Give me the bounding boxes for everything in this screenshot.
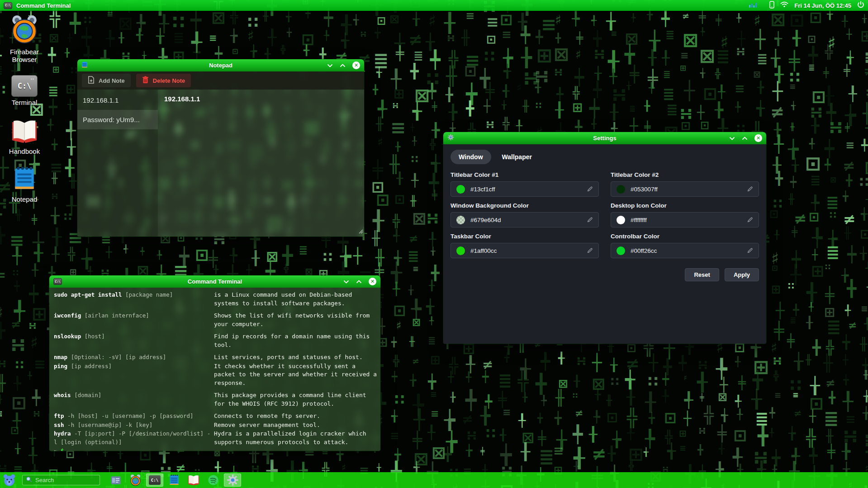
note-list-item[interactable]: 192.168.1.1 xyxy=(77,90,158,110)
field-titlebar-color-2: Titlebar Color #2 #053007ff xyxy=(611,171,759,197)
terminal-output[interactable]: sudo apt-get install [package name] is a… xyxy=(49,288,380,451)
maximize-button[interactable] xyxy=(356,280,362,284)
clock[interactable]: Fri 14 Jun, ÖÖ 12:45 xyxy=(794,2,851,9)
maximize-button[interactable] xyxy=(742,137,748,140)
color-field[interactable]: #ffffffff xyxy=(611,212,759,227)
minimize-button[interactable] xyxy=(327,64,333,67)
field-label: Window Background Color xyxy=(451,202,599,209)
edit-pencil-icon[interactable] xyxy=(747,186,753,192)
fireabear-browser-icon xyxy=(9,14,39,46)
active-app-title: Command Terminal xyxy=(16,2,71,9)
taskbar-item-handbook[interactable] xyxy=(185,474,202,487)
color-field[interactable]: #053007ff xyxy=(611,181,759,197)
window-title: Notepad xyxy=(77,62,364,69)
field-titlebar-color-1: Titlebar Color #1 #13cf1cff xyxy=(451,171,599,197)
desktop-icon-terminal[interactable]: •• C:\ Terminal xyxy=(3,75,46,106)
color-swatch[interactable] xyxy=(456,246,465,255)
terminal-prompt: ~ $ xyxy=(54,447,377,451)
desktop-icon-handbook[interactable]: Handbook xyxy=(3,118,46,155)
color-value: #1aff00cc xyxy=(470,247,581,254)
color-swatch[interactable] xyxy=(617,185,625,194)
active-app-icon: C:\ xyxy=(4,2,12,9)
taskbar-item-command-terminal[interactable]: C:\ xyxy=(146,474,163,487)
field-label: Controlbar Color xyxy=(611,233,759,240)
window-title: Settings xyxy=(443,135,766,142)
terminal-row: iwconfig [airlan internface] Shows the l… xyxy=(54,312,377,328)
tab-wallpaper[interactable]: Wallpaper xyxy=(494,150,540,164)
network-activity-icon[interactable] xyxy=(749,1,757,9)
notepad-icon xyxy=(13,166,36,194)
taskbar-item-file-manager[interactable] xyxy=(107,474,124,487)
power-icon[interactable] xyxy=(857,1,864,10)
note-content-pane[interactable]: 192.168.1.1 xyxy=(158,90,364,237)
wifi-icon[interactable] xyxy=(780,1,788,9)
settings-titlebar[interactable]: Settings ✕ xyxy=(443,132,766,144)
terminal-row: whois [domain] This package provides a c… xyxy=(54,391,377,408)
start-menu-bear-icon[interactable] xyxy=(3,474,16,487)
delete-note-button[interactable]: Delete Note xyxy=(136,74,191,87)
desktop-icon-label: Fireabear Browser xyxy=(3,48,46,64)
edit-pencil-icon[interactable] xyxy=(587,217,593,223)
terminal-window: C:\ Command Terminal ✕ sudo apt-get inst… xyxy=(49,275,381,451)
taskbar-item-music-player[interactable] xyxy=(204,474,222,487)
desktop-icon-notepad[interactable]: Notepad xyxy=(3,166,46,203)
resize-handle[interactable] xyxy=(359,227,363,236)
terminal-row: sudo apt-get install [package name] is a… xyxy=(54,291,377,308)
taskbar-item-fireabear-browser[interactable] xyxy=(127,474,144,487)
color-swatch[interactable] xyxy=(617,246,625,255)
terminal-icon: •• C:\ xyxy=(11,75,38,97)
note-list: 192.168.1.1 Password: yUm9... xyxy=(77,90,158,237)
terminal-icon: C:\ xyxy=(149,475,161,485)
close-button[interactable]: ✕ xyxy=(369,278,376,285)
color-swatch[interactable] xyxy=(617,216,625,224)
field-window-background-color: Window Background Color #679e604d xyxy=(451,202,599,227)
field-controlbar-color: Controlbar Color #00ff26cc xyxy=(611,233,759,258)
taskbar-item-notepad[interactable] xyxy=(166,474,183,487)
note-title: 192.168.1.1 xyxy=(164,95,358,103)
field-desktop-icon-color: Desktop Icon Color #ffffffff xyxy=(611,202,759,227)
color-value: #00ff26cc xyxy=(631,247,741,254)
close-button[interactable]: ✕ xyxy=(754,134,762,142)
edit-pencil-icon[interactable] xyxy=(747,247,753,254)
field-label: Desktop Icon Color xyxy=(611,202,759,209)
close-button[interactable]: ✕ xyxy=(352,62,360,69)
add-note-button[interactable]: Add Note xyxy=(82,74,131,87)
desktop-icon-fireabear-browser[interactable]: Fireabear Browser xyxy=(3,14,46,64)
taskbar-search[interactable] xyxy=(22,475,100,485)
color-field[interactable]: #13cf1cff xyxy=(451,181,599,197)
color-swatch[interactable] xyxy=(456,216,465,224)
search-input[interactable] xyxy=(35,477,90,483)
terminal-titlebar[interactable]: C:\ Command Terminal ✕ xyxy=(49,275,380,288)
notepad-window: Notepad ✕ Add Note Delete xyxy=(77,59,365,237)
top-menubar: C:\ Command Terminal Fri 14 Jun, ÖÖ 12:4… xyxy=(0,0,868,11)
color-value: #ffffffff xyxy=(631,217,741,223)
gear-icon xyxy=(447,134,454,142)
color-swatch[interactable] xyxy=(456,185,465,194)
reset-button[interactable]: Reset xyxy=(685,268,719,281)
terminal-icon: C:\ xyxy=(53,278,62,285)
edit-pencil-icon[interactable] xyxy=(747,217,753,223)
minimize-button[interactable] xyxy=(343,280,349,284)
edit-pencil-icon[interactable] xyxy=(587,186,593,192)
apply-button[interactable]: Apply xyxy=(725,268,759,281)
taskbar-item-settings[interactable] xyxy=(224,474,241,487)
color-value: #13cf1cff xyxy=(470,186,581,193)
color-field[interactable]: #1aff00cc xyxy=(451,243,599,258)
color-field[interactable]: #00ff26cc xyxy=(611,243,759,258)
phone-icon[interactable] xyxy=(769,1,774,10)
tab-window[interactable]: Window xyxy=(451,150,491,164)
color-field[interactable]: #679e604d xyxy=(451,212,599,227)
note-list-item-selected[interactable]: Password: yUm9... xyxy=(77,110,158,129)
notepad-titlebar[interactable]: Notepad ✕ xyxy=(77,59,364,71)
desktop-icon-label: Notepad xyxy=(12,195,38,203)
field-taskbar-color: Taskbar Color #1aff00cc xyxy=(451,233,599,258)
color-value: #053007ff xyxy=(631,186,741,193)
search-icon xyxy=(26,476,32,484)
terminal-row: ping [ip address] It checks whether it s… xyxy=(54,362,377,388)
minimize-button[interactable] xyxy=(729,137,735,140)
terminal-row: nslookup [host] Find ip records for a do… xyxy=(54,332,377,349)
edit-pencil-icon[interactable] xyxy=(587,247,593,254)
color-value: #679e604d xyxy=(470,217,581,223)
field-label: Taskbar Color xyxy=(451,233,599,240)
maximize-button[interactable] xyxy=(340,64,346,67)
